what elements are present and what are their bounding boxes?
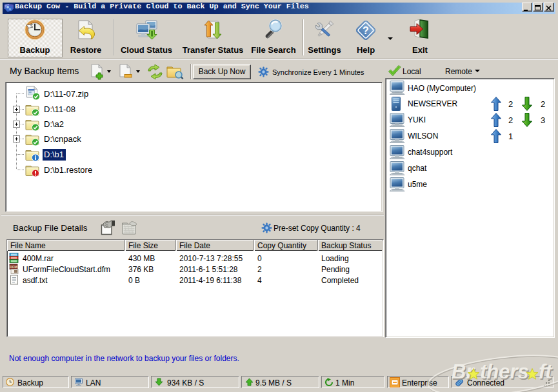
svg-text:?: ?	[363, 25, 369, 36]
svg-text:DFM: DFM	[10, 265, 17, 269]
svg-text:Br: Br	[452, 360, 475, 383]
svg-text:thers: thers	[480, 360, 529, 383]
svg-text:ft: ft	[539, 360, 553, 383]
